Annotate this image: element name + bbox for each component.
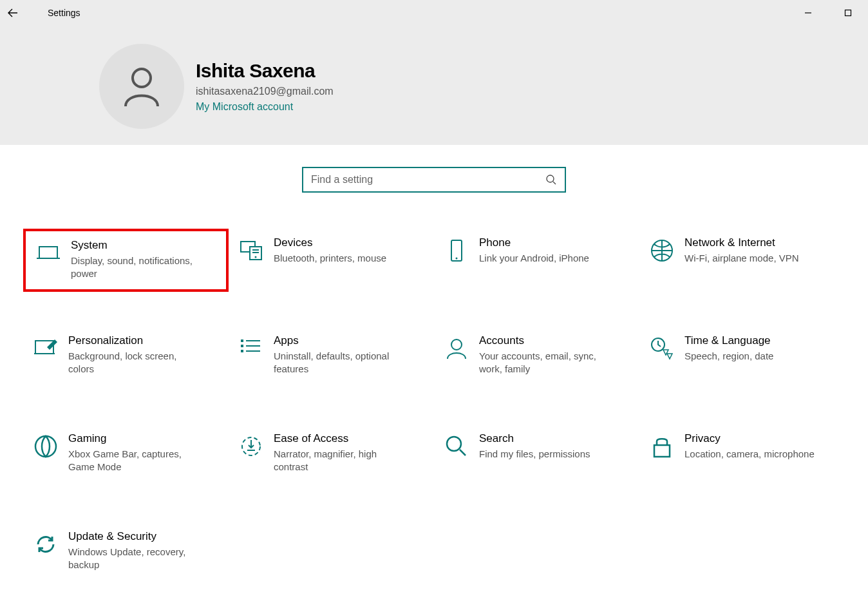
tile-desc: Link your Android, iPhone (479, 252, 589, 265)
tile-privacy[interactable]: PrivacyLocation, camera, microphone (639, 425, 845, 488)
svg-point-18 (35, 436, 56, 457)
ease-icon (235, 432, 267, 480)
avatar (99, 44, 184, 129)
apps-icon (235, 334, 267, 382)
tile-title: Search (479, 432, 590, 445)
tile-desc: Wi-Fi, airplane mode, VPN (684, 252, 799, 265)
devices-icon (235, 236, 267, 284)
svg-rect-3 (39, 247, 57, 258)
update-icon (30, 530, 62, 578)
accounts-icon (440, 334, 473, 382)
svg-rect-14 (241, 345, 243, 347)
time-icon (646, 334, 678, 382)
tile-title: System (71, 239, 206, 252)
search-icon (440, 432, 473, 480)
settings-grid: SystemDisplay, sound, notifications, pow… (0, 193, 868, 586)
user-name: Ishita Saxena (196, 60, 334, 82)
tile-title: Phone (479, 236, 589, 249)
window-title: Settings (48, 8, 80, 18)
tile-desc: Display, sound, notifications, power (71, 254, 206, 280)
maximize-icon (844, 9, 852, 17)
tile-desc: Speech, region, date (684, 350, 773, 363)
tile-desc: Background, lock screen, colors (68, 350, 203, 375)
tile-search[interactable]: SearchFind my files, permissions (434, 425, 639, 488)
system-icon (32, 239, 64, 282)
svg-rect-13 (241, 339, 243, 342)
tile-title: Network & Internet (684, 236, 799, 249)
tile-network[interactable]: Network & InternetWi-Fi, airplane mode, … (639, 229, 845, 292)
svg-point-1 (133, 69, 151, 87)
tile-title: Gaming (68, 432, 203, 445)
svg-point-6 (255, 256, 257, 258)
tile-accounts[interactable]: AccountsYour accounts, email, sync, work… (434, 327, 639, 390)
search-icon (545, 174, 557, 186)
search-row (0, 167, 868, 193)
svg-rect-8 (252, 252, 259, 253)
titlebar: Settings (0, 0, 868, 26)
minimize-button[interactable] (788, 0, 828, 26)
search-box[interactable] (302, 167, 566, 193)
person-icon (119, 64, 164, 109)
tile-title: Accounts (479, 334, 614, 347)
tile-title: Apps (274, 334, 409, 347)
tile-apps[interactable]: AppsUninstall, defaults, optional featur… (229, 327, 434, 390)
svg-point-10 (456, 258, 458, 260)
user-block: Ishita Saxena ishitasaxena2109@gmail.com… (99, 44, 334, 129)
back-arrow-icon (8, 8, 18, 18)
phone-icon (440, 236, 473, 284)
tile-desc: Bluetooth, printers, mouse (274, 252, 386, 265)
svg-point-16 (451, 339, 462, 350)
tile-title: Update & Security (68, 530, 203, 543)
svg-rect-7 (252, 249, 259, 251)
tile-personalization[interactable]: PersonalizationBackground, lock screen, … (23, 327, 229, 390)
microsoft-account-link[interactable]: My Microsoft account (196, 101, 334, 113)
tile-desc: Find my files, permissions (479, 448, 590, 461)
tile-title: Time & Language (684, 334, 773, 347)
tile-devices[interactable]: DevicesBluetooth, printers, mouse (229, 229, 434, 292)
tile-desc: Narrator, magnifier, high contrast (274, 448, 409, 473)
svg-rect-15 (241, 350, 243, 352)
svg-point-20 (447, 437, 461, 451)
network-icon (646, 236, 678, 284)
privacy-icon (646, 432, 678, 480)
tile-system[interactable]: SystemDisplay, sound, notifications, pow… (23, 229, 229, 292)
tile-time[interactable]: Time & LanguageSpeech, region, date (639, 327, 845, 390)
tile-desc: Windows Update, recovery, backup (68, 546, 203, 571)
user-email: ishitasaxena2109@gmail.com (196, 86, 334, 97)
back-button[interactable] (0, 0, 26, 26)
maximize-button[interactable] (828, 0, 868, 26)
tile-desc: Your accounts, email, sync, work, family (479, 350, 614, 375)
tile-update[interactable]: Update & SecurityWindows Update, recover… (23, 522, 229, 586)
tile-ease[interactable]: Ease of AccessNarrator, magnifier, high … (229, 425, 434, 488)
tile-desc: Uninstall, defaults, optional features (274, 350, 409, 375)
svg-rect-21 (654, 445, 670, 457)
tile-title: Devices (274, 236, 386, 249)
svg-point-2 (547, 175, 554, 182)
search-input[interactable] (311, 174, 545, 186)
tile-title: Privacy (684, 432, 815, 445)
tile-phone[interactable]: PhoneLink your Android, iPhone (434, 229, 639, 292)
tile-title: Ease of Access (274, 432, 409, 445)
tile-gaming[interactable]: GamingXbox Game Bar, captures, Game Mode (23, 425, 229, 488)
tile-desc: Location, camera, microphone (684, 448, 815, 461)
tile-desc: Xbox Game Bar, captures, Game Mode (68, 448, 203, 473)
header-region: Settings Ishita Saxena ishitasaxena2109@… (0, 0, 868, 145)
gaming-icon (30, 432, 62, 480)
tile-title: Personalization (68, 334, 203, 347)
personalization-icon (30, 334, 62, 382)
window-controls (788, 0, 868, 26)
svg-rect-0 (845, 10, 851, 16)
minimize-icon (804, 9, 812, 17)
